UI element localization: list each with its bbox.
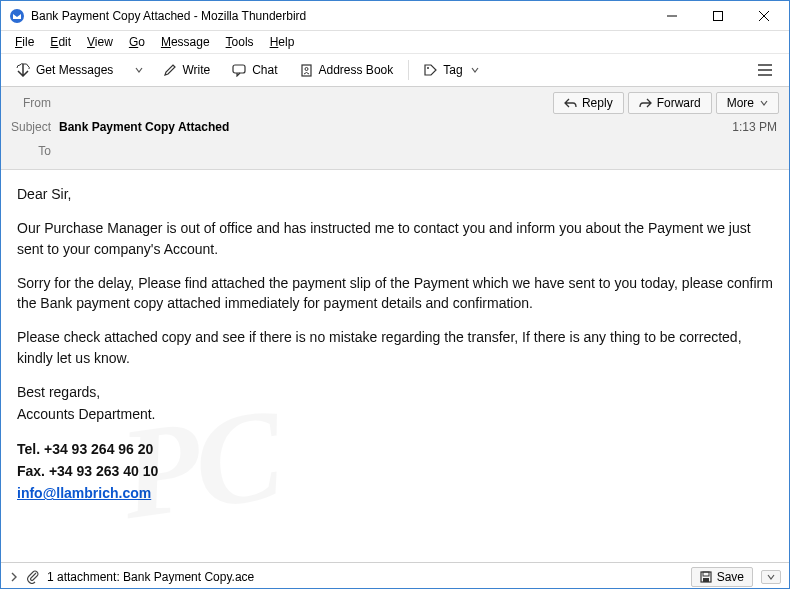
message-body: PC risk.com Dear Sir, Our Purchase Manag… — [1, 170, 789, 562]
more-button[interactable]: More — [716, 92, 779, 114]
svg-point-8 — [427, 67, 429, 69]
hamburger-icon — [758, 64, 772, 76]
forward-button[interactable]: Forward — [628, 92, 712, 114]
toolbar-separator — [408, 60, 409, 80]
window-title: Bank Payment Copy Attached - Mozilla Thu… — [31, 9, 649, 23]
menu-go[interactable]: Go — [121, 33, 153, 51]
chat-button[interactable]: Chat — [223, 58, 286, 82]
paperclip-icon — [27, 570, 39, 584]
svg-point-7 — [305, 67, 308, 70]
menu-message[interactable]: Message — [153, 33, 218, 51]
svg-rect-14 — [703, 578, 709, 582]
app-menu-button[interactable] — [747, 59, 783, 81]
tag-label: Tag — [443, 63, 462, 77]
address-book-label: Address Book — [319, 63, 394, 77]
thunderbird-icon — [9, 8, 25, 24]
write-button[interactable]: Write — [154, 58, 219, 82]
body-greeting: Dear Sir, — [17, 184, 773, 204]
subject-label: Subject — [11, 120, 59, 134]
body-fax: Fax. +34 93 263 40 10 — [17, 463, 158, 479]
get-messages-button[interactable]: Get Messages — [7, 58, 122, 82]
address-book-icon — [300, 64, 313, 77]
watermark-text: risk.com — [375, 530, 674, 562]
chat-icon — [232, 63, 246, 77]
save-dropdown-button[interactable] — [761, 570, 781, 584]
body-paragraph: Sorry for the delay, Please find attache… — [17, 273, 773, 314]
download-icon — [16, 63, 30, 77]
reply-icon — [564, 98, 577, 108]
chevron-down-icon — [767, 573, 775, 581]
save-label: Save — [717, 570, 744, 584]
tag-icon — [424, 64, 437, 77]
chevron-down-icon — [760, 99, 768, 107]
save-attachment-button[interactable]: Save — [691, 567, 753, 587]
get-messages-dropdown[interactable] — [126, 61, 150, 79]
main-toolbar: Get Messages Write Chat Address Book Tag — [1, 53, 789, 87]
reply-label: Reply — [582, 96, 613, 110]
window-maximize-button[interactable] — [695, 1, 741, 31]
menu-file[interactable]: File — [7, 33, 42, 51]
to-label: To — [11, 144, 59, 158]
window-close-button[interactable] — [741, 1, 787, 31]
message-time: 1:13 PM — [732, 120, 779, 134]
attachment-bar: 1 attachment: Bank Payment Copy.ace Save — [1, 562, 789, 589]
address-book-button[interactable]: Address Book — [291, 58, 403, 82]
menu-view[interactable]: View — [79, 33, 121, 51]
expand-attachments-button[interactable] — [9, 572, 19, 582]
svg-rect-5 — [233, 65, 245, 73]
subject-value: Bank Payment Copy Attached — [59, 120, 732, 134]
more-label: More — [727, 96, 754, 110]
menu-help[interactable]: Help — [262, 33, 303, 51]
forward-icon — [639, 98, 652, 108]
chevron-down-icon — [471, 66, 479, 74]
svg-point-0 — [10, 9, 24, 23]
body-paragraph: Please check attached copy and see if th… — [17, 327, 773, 368]
save-icon — [700, 571, 712, 583]
reply-button[interactable]: Reply — [553, 92, 624, 114]
tag-button[interactable]: Tag — [415, 58, 487, 82]
window-minimize-button[interactable] — [649, 1, 695, 31]
svg-rect-2 — [714, 11, 723, 20]
forward-label: Forward — [657, 96, 701, 110]
body-tel: Tel. +34 93 264 96 20 — [17, 441, 153, 457]
attachment-text[interactable]: 1 attachment: Bank Payment Copy.ace — [47, 570, 254, 584]
body-email-link[interactable]: info@llambrich.com — [17, 485, 151, 501]
chat-label: Chat — [252, 63, 277, 77]
message-header: From Reply Forward More Subject Bank Pay… — [1, 87, 789, 170]
body-signoff: Best regards, — [17, 382, 773, 402]
menu-bar: File Edit View Go Message Tools Help — [1, 31, 789, 53]
menu-edit[interactable]: Edit — [42, 33, 79, 51]
from-label: From — [11, 96, 59, 110]
get-messages-label: Get Messages — [36, 63, 113, 77]
body-paragraph: Our Purchase Manager is out of office an… — [17, 218, 773, 259]
write-label: Write — [182, 63, 210, 77]
body-department: Accounts Department. — [17, 404, 773, 424]
window-titlebar: Bank Payment Copy Attached - Mozilla Thu… — [1, 1, 789, 31]
pencil-icon — [163, 64, 176, 77]
chevron-down-icon — [135, 66, 143, 74]
menu-tools[interactable]: Tools — [218, 33, 262, 51]
